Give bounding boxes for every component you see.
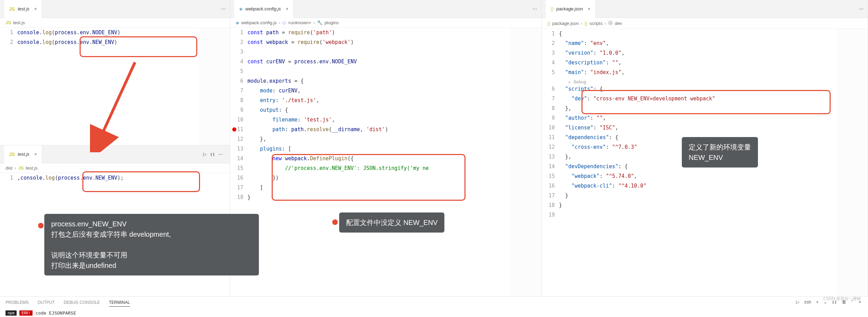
panel-terminal: PROBLEMSOUTPUTDEBUG CONSOLETERMINAL ▷ zs… — [0, 296, 868, 317]
code-body[interactable]: { "name": "env", "version": "1.0.0", "de… — [559, 29, 837, 305]
breadcrumb[interactable]: {} package.json › {} scripts › ⓐ dev — [542, 18, 868, 29]
terminal-output[interactable]: npm ERR! code EJSONPARSE — [6, 310, 76, 316]
breadcrumb[interactable]: JS test.js — [0, 18, 230, 28]
breadcrumb[interactable]: ◈ webpack.config.js › ◇ <unknown> › 🔧 pl… — [230, 18, 541, 28]
js-icon: JS — [9, 152, 15, 157]
tab-label: test.js — [18, 6, 29, 11]
close-icon[interactable]: × — [34, 152, 37, 157]
js-icon: JS — [9, 6, 15, 12]
line-gutter: 1 — [0, 173, 17, 305]
tab-webpack-config[interactable]: ◈ webpack.config.js × — [234, 0, 293, 18]
new-terminal-icon[interactable]: + — [816, 299, 819, 305]
editor-pane-webpack-config: ◈ webpack.config.js × ⋯ ◈ webpack.config… — [230, 0, 542, 305]
watermark: CSDN @我有一棵树 — [823, 296, 861, 302]
split-icon[interactable]: ⫿⫿ — [210, 152, 215, 157]
json-icon: {} — [547, 21, 550, 26]
line-gutter: 12 — [0, 28, 17, 145]
tab-label: webpack.config.js — [245, 6, 281, 11]
symbol-icon: ◇ — [282, 20, 286, 25]
panel-tab-debug-console[interactable]: DEBUG CONSOLE — [64, 300, 100, 307]
code-body[interactable]: console.log(process.env.NODE_ENV)console… — [17, 28, 199, 145]
terminal-shell-label[interactable]: zsh — [804, 299, 811, 305]
string-icon: ⓐ — [608, 20, 613, 26]
terminal-text: code EJSONPARSE — [35, 310, 76, 316]
line-gutter: 123456789101112131415161718 — [230, 28, 247, 305]
more-icon[interactable]: ⋯ — [533, 6, 537, 11]
panel-tab-terminal[interactable]: TERMINAL — [109, 300, 130, 307]
terminal-launch-icon[interactable]: ▷ — [796, 299, 799, 305]
close-icon[interactable]: × — [34, 6, 37, 11]
tab-label: test.js — [18, 152, 29, 157]
js-icon: JS — [6, 20, 11, 25]
breadcrumb[interactable]: dist › JS test.js — [0, 163, 230, 173]
panel-tab-problems[interactable]: PROBLEMS — [6, 300, 29, 307]
minimap[interactable] — [199, 28, 230, 145]
json-icon: {} — [551, 6, 554, 11]
tab-bar: ◈ webpack.config.js × ⋯ — [230, 0, 541, 18]
tab-test-js-dist[interactable]: JS test.js × — [4, 145, 42, 163]
editor-pane-test-dist: JS test.js × ▷ ⫿⫿ ⋯ dist › JS test.js — [0, 145, 230, 305]
webpack-icon: ◈ — [239, 6, 243, 11]
breakpoint-icon[interactable] — [232, 127, 236, 132]
npm-badge: npm — [6, 310, 17, 316]
editor-pane-test-src: JS test.js × ⋯ JS test.js 12 console.log… — [0, 0, 230, 145]
js-icon: JS — [18, 165, 24, 171]
tab-bar: JS test.js × ⋯ — [0, 0, 230, 18]
minimap[interactable] — [510, 28, 541, 305]
more-icon[interactable]: ⋯ — [859, 6, 864, 11]
tab-package-json[interactable]: {} package.json × — [546, 0, 596, 18]
err-badge: ERR! — [19, 310, 33, 316]
code-body[interactable]: ,console.log(process.env.NEW_ENV); — [17, 173, 230, 305]
more-icon[interactable]: ⋯ — [218, 152, 223, 157]
editor-pane-package-json: {} package.json × ⋯ {} package.json › {}… — [542, 0, 868, 305]
webpack-icon: ◈ — [236, 20, 239, 25]
json-icon: {} — [585, 21, 588, 26]
run-icon[interactable]: ▷ — [203, 152, 207, 157]
code-body[interactable]: const path = require('path')const webpac… — [247, 28, 510, 305]
panel-tab-output[interactable]: OUTPUT — [38, 300, 55, 307]
close-icon[interactable]: × — [286, 6, 289, 11]
tab-bar: {} package.json × ⋯ — [542, 0, 868, 18]
tab-bar: JS test.js × ▷ ⫿⫿ ⋯ — [0, 145, 230, 163]
more-icon[interactable]: ⋯ — [221, 6, 226, 11]
wrench-icon: 🔧 — [317, 20, 323, 25]
tab-test-js[interactable]: JS test.js × — [4, 0, 42, 18]
tab-label: package.json — [557, 6, 583, 11]
line-gutter: 12345678910111213141516171819 — [542, 29, 559, 305]
minimap[interactable] — [837, 29, 868, 305]
close-icon[interactable]: × — [588, 6, 590, 11]
